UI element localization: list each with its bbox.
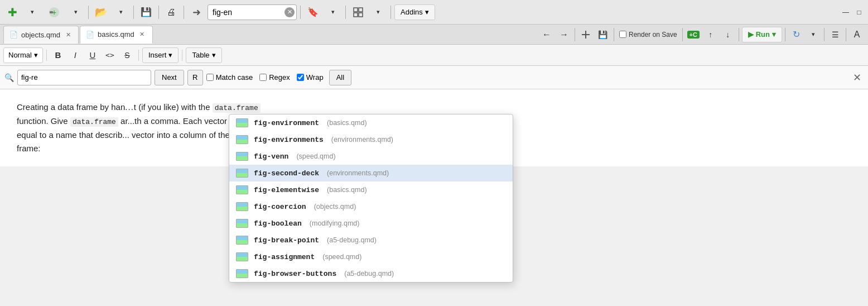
separator-rt-3	[682, 28, 683, 41]
find-check-group: Match case Regex Wrap	[206, 73, 324, 82]
navigate-input[interactable]	[208, 4, 297, 20]
bold-button[interactable]: B	[50, 47, 66, 63]
main-toolbar: ✚ ▾ + ▾ 📂 ▾ 💾 🖨 ➜ ✕ 🔖 ▾ ▾	[0, 0, 868, 25]
print-button[interactable]: 🖨	[162, 3, 180, 21]
dropdown-item-0[interactable]: fig-environment(basics.qmd)	[229, 114, 513, 131]
underline-button[interactable]: U	[85, 47, 100, 63]
layout-dropdown[interactable]: ▾	[369, 3, 387, 21]
text-p2-dots: ...	[128, 116, 135, 126]
dropdown-item-name-3: fig-second-deck	[254, 169, 319, 178]
dropdown-item-9[interactable]: fig-browser-buttons(a5-debug.qmd)	[229, 265, 513, 282]
match-case-checkbox[interactable]	[206, 74, 214, 81]
dropdown-item-5[interactable]: fig-coercion(objects.qmd)	[229, 198, 513, 215]
insert-button[interactable]: Insert ▾	[142, 47, 179, 63]
tab-close-objects[interactable]: ✕	[64, 30, 73, 39]
strikethrough-button[interactable]: S	[119, 47, 135, 63]
zoom-out-button[interactable]	[578, 27, 594, 42]
navigate-input-wrap: ✕	[208, 4, 297, 20]
prev-chunk-button[interactable]: ↑	[703, 27, 718, 42]
find-close-button[interactable]: ✕	[850, 71, 864, 84]
new-file-button[interactable]: ✚	[3, 3, 21, 21]
find-input[interactable]	[21, 73, 122, 82]
navigate-button[interactable]: ➜	[187, 3, 205, 21]
tab-basics[interactable]: 📄 basics.qmd ✕	[80, 26, 153, 44]
code-button[interactable]: <>	[102, 47, 118, 63]
addins-button[interactable]: Addins ▾	[394, 4, 435, 20]
regex-checkbox[interactable]	[259, 74, 267, 81]
dropdown-item-icon-6	[236, 219, 248, 228]
back-button[interactable]: ←	[539, 27, 554, 42]
code-dataframe-2: data.frame	[70, 117, 118, 127]
format-toolbar: Normal ▾ B I U <> S Insert ▾ Table ▾	[0, 45, 868, 66]
refresh-button[interactable]: ↻	[788, 27, 804, 42]
match-case-label[interactable]: Match case	[206, 73, 253, 82]
tab-objects[interactable]: 📄 objects.qmd ✕	[3, 26, 79, 44]
text-p3-start: equal to a name that describ	[17, 130, 122, 140]
style-label: Normal	[8, 51, 32, 59]
save-rt-button[interactable]: 💾	[595, 27, 611, 42]
dropdown-item-name-7: fig-break-point	[254, 236, 319, 245]
next-chunk-button[interactable]: ↓	[720, 27, 736, 42]
open-button[interactable]: 📂	[92, 3, 110, 21]
dropdown-item-7[interactable]: fig-break-point(a5-debug.qmd)	[229, 232, 513, 248]
bookmark-button[interactable]: 🔖	[304, 3, 322, 21]
wrap-text: Wrap	[306, 73, 324, 82]
dropdown-item-4[interactable]: fig-elementwise(basics.qmd)	[229, 181, 513, 198]
new-file-dropdown[interactable]: ▾	[23, 3, 41, 21]
bookmark-dropdown[interactable]: ▾	[324, 3, 342, 21]
dropdown-item-icon-7	[236, 236, 248, 245]
tab-label-basics: basics.qmd	[98, 30, 134, 39]
tab-icon-objects: 📄	[9, 31, 18, 39]
dropdown-item-6[interactable]: fig-boolean(modifying.qmd)	[229, 215, 513, 232]
dropdown-item-1[interactable]: fig-environments(environments.qmd)	[229, 131, 513, 148]
dropdown-item-icon-5	[236, 202, 248, 211]
text-p2-mid: ar	[118, 116, 128, 126]
add-chunk-dropdown[interactable]: ▾	[67, 3, 85, 21]
autocomplete-dropdown: fig-environment(basics.qmd)fig-environme…	[229, 114, 513, 283]
italic-button[interactable]: I	[67, 47, 83, 63]
fmt-sep-2	[138, 50, 139, 61]
clear-navigate-button[interactable]: ✕	[284, 7, 295, 17]
render-on-save-check[interactable]	[619, 31, 626, 38]
dropdown-item-icon-1	[236, 135, 248, 144]
dropdown-item-name-8: fig-assignment	[254, 253, 315, 261]
dropdown-item-file-7: (a5-debug.qmd)	[327, 236, 377, 244]
find-input-wrap	[17, 70, 151, 85]
dropdown-item-icon-2	[236, 152, 248, 161]
dropdown-item-3[interactable]: fig-second-deck(environments.qmd)	[229, 165, 513, 181]
forward-button[interactable]: →	[556, 27, 572, 42]
run-c-button[interactable]: +C	[686, 27, 701, 42]
style-chevron-icon: ▾	[34, 51, 38, 59]
style-dropdown[interactable]: Normal ▾	[3, 47, 43, 63]
tab-close-basics[interactable]: ✕	[138, 30, 147, 39]
dropdown-item-file-2: (speed.qmd)	[296, 152, 335, 160]
dropdown-item-file-8: (speed.qmd)	[322, 253, 361, 261]
minimize-window-button[interactable]: —	[840, 7, 851, 18]
addins-chevron-icon: ▾	[425, 8, 429, 16]
table-button[interactable]: Table ▾	[186, 47, 221, 63]
text-p1-start: Creating a data frame by han	[17, 102, 125, 112]
run-button[interactable]: ▶ Run ▾	[742, 27, 782, 42]
render-checkbox[interactable]: Render on Save	[617, 27, 679, 42]
wrap-checkbox[interactable]	[297, 74, 304, 81]
svg-rect-4	[359, 8, 363, 12]
maximize-window-button[interactable]: □	[853, 7, 865, 18]
align-button[interactable]: ☰	[827, 27, 843, 42]
dropdown-item-8[interactable]: fig-assignment(speed.qmd)	[229, 248, 513, 265]
code-dataframe-1: data.frame	[213, 103, 261, 113]
add-chunk-button[interactable]: +	[44, 3, 65, 21]
font-button[interactable]: A	[849, 27, 865, 42]
save-button[interactable]: 💾	[137, 3, 155, 21]
wrap-label[interactable]: Wrap	[297, 73, 324, 82]
dropdown-item-2[interactable]: fig-venn(speed.qmd)	[229, 148, 513, 165]
svg-rect-3	[354, 8, 358, 12]
text-p1-dots: ...	[125, 102, 134, 112]
open-dropdown[interactable]: ▾	[112, 3, 130, 21]
dropdown-item-name-6: fig-boolean	[254, 219, 302, 228]
all-button[interactable]: All	[329, 70, 351, 85]
refresh-dropdown[interactable]: ▾	[806, 27, 821, 42]
layout-button[interactable]	[349, 3, 367, 21]
next-button[interactable]: Next	[155, 70, 184, 85]
replace-button[interactable]: R	[187, 70, 203, 85]
regex-label[interactable]: Regex	[259, 73, 290, 82]
